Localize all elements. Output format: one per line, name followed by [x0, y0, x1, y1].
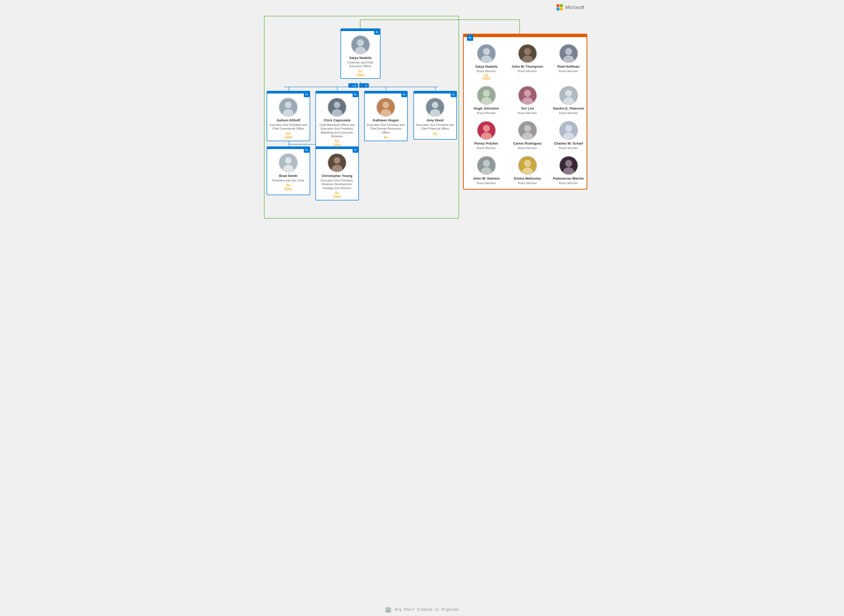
group-count-badge: 👥 6 — [348, 83, 358, 88]
svg-point-57 — [483, 125, 490, 132]
board-reid-role: Board Member — [559, 69, 578, 73]
ceo-bio-link[interactable]: Bio — [358, 69, 363, 72]
board-top-bar — [464, 35, 587, 37]
board-sandra-name: Sandra E. Peterson — [553, 106, 584, 111]
person-count: 6 — [366, 84, 367, 87]
board-satya-role: Board Member — [477, 69, 496, 73]
svg-rect-3 — [560, 7, 563, 10]
board-carlos-name: Carlos Rodriguez — [513, 141, 542, 146]
board-panel: in Satya Nadella Board Member Bio Twitte… — [463, 34, 587, 190]
board-reid-name: Reid Hoffman — [557, 65, 580, 69]
card-top-bar — [267, 147, 310, 149]
card-christopher-young: in Christopher Young Executive Vice Pres… — [315, 147, 359, 200]
card-top-bar — [316, 147, 358, 149]
board-satya-avatar — [477, 44, 496, 63]
card-amy-hood: in Amy Hood Executive Vice President and… — [413, 91, 457, 139]
board-satya-bio[interactable]: Bio — [484, 73, 488, 76]
ceo-title: Chairman and Chief Executive Officer — [343, 60, 378, 68]
board-reid-hoffman: Reid Hoffman Board Member — [550, 44, 587, 79]
card-judson-althoff: in Judson Althoff Executive Vice Preside… — [267, 91, 310, 141]
board-carlos-role: Board Member — [518, 147, 537, 150]
board-hugh-role: Board Member — [477, 111, 496, 114]
board-hugh-johnston: Hugh Johnston Board Member — [468, 86, 505, 114]
christopher-twitter-link[interactable]: Twitter — [333, 195, 341, 198]
board-teri-avatar — [518, 86, 537, 105]
board-padmasree-warrior: Padmasree Warrior Board Member — [550, 156, 587, 185]
brad-title: President and Vice Chair — [272, 179, 304, 182]
svg-point-54 — [565, 90, 572, 97]
svg-point-72 — [565, 160, 572, 167]
chris-twitter-link[interactable]: Twitter — [333, 143, 341, 146]
christopher-name: Christopher Young — [322, 174, 353, 178]
linkedin-badge: in — [374, 29, 380, 35]
footer-text: Org Chart Created in Organimi — [395, 607, 459, 612]
brad-twitter-link[interactable]: Twitter — [284, 187, 293, 190]
board-sandra-avatar — [559, 86, 578, 105]
kathleen-title: Executive Vice President and Chief Human… — [367, 123, 405, 134]
count-badges: 👥 6 👤 6 — [348, 83, 369, 88]
group-icon: 👥 — [350, 84, 354, 87]
linkedin-badge: in — [401, 91, 407, 97]
amy-avatar — [426, 98, 444, 117]
christopher-title: Executive Vice President, Business Devel… — [318, 179, 356, 190]
board-sandra-role: Board Member — [559, 111, 578, 114]
card-brad-smith: in Brad Smith President and Vice Chair B… — [267, 147, 310, 195]
board-john-stanton: John W. Stanton Board Member — [468, 156, 505, 185]
board-padmasree-avatar — [559, 156, 578, 175]
kathleen-name: Kathleen Hogan — [373, 118, 399, 122]
board-charles-name: Charles W. Scharf — [554, 141, 583, 146]
card-top-bar — [414, 91, 456, 94]
linkedin-badge: in — [451, 91, 456, 97]
svg-point-51 — [524, 90, 531, 97]
board-satya-twitter[interactable]: Twitter — [482, 76, 490, 79]
board-teri-list: Teri List Board Member — [509, 86, 546, 114]
judson-twitter-link[interactable]: Twitter — [284, 135, 293, 139]
brad-name: Brad Smith — [279, 174, 297, 178]
brad-bio-link[interactable]: Bio — [286, 183, 290, 186]
linkedin-badge: in — [304, 147, 310, 153]
judson-bio-link[interactable]: Bio — [286, 132, 290, 135]
kathleen-bio-link[interactable]: Bio — [384, 135, 388, 139]
board-grid: Satya Nadella Board Member Bio Twitter J… — [468, 44, 582, 185]
board-carlos-rodriguez: Carlos Rodriguez Board Member — [509, 121, 546, 150]
board-john-thompson-role: Board Member — [518, 69, 537, 73]
board-reid-hoffman-avatar — [559, 44, 578, 63]
svg-point-33 — [285, 157, 292, 164]
board-penny-name: Penny Pritzker — [474, 141, 498, 146]
board-sandra-peterson: Sandra E. Peterson Board Member — [550, 86, 587, 114]
ceo-twitter-link[interactable]: Twitter — [356, 73, 365, 76]
amy-bio-link[interactable]: Bio — [433, 132, 437, 135]
card-top-bar — [267, 91, 310, 94]
card-top-bar — [365, 91, 407, 94]
judson-name: Judson Althoff — [276, 118, 300, 122]
board-hugh-avatar — [477, 86, 496, 105]
svg-point-63 — [565, 125, 572, 132]
chris-title: Chief Marketing Officer and Executive Vi… — [318, 123, 356, 138]
amy-name: Amy Hood — [426, 118, 444, 122]
svg-point-24 — [334, 102, 340, 108]
svg-point-48 — [483, 90, 490, 97]
chris-bio-link[interactable]: Bio — [335, 139, 339, 142]
svg-rect-1 — [560, 4, 563, 7]
ceo-avatar — [351, 35, 370, 54]
board-john-thompson: John W. Thompson Board Member — [509, 44, 546, 79]
svg-point-27 — [382, 102, 389, 108]
board-charles-role: Board Member — [559, 147, 578, 150]
linkedin-badge: in — [353, 147, 358, 153]
board-emma-role: Board Member — [518, 182, 537, 185]
svg-point-45 — [565, 48, 572, 55]
board-teri-name: Teri List — [521, 106, 534, 111]
amy-title: Executive Vice President and Chief Finan… — [416, 123, 454, 131]
board-satya: Satya Nadella Board Member Bio Twitter — [468, 44, 505, 79]
board-john-stanton-name: John W. Stanton — [473, 176, 500, 181]
card-top-bar — [316, 91, 358, 94]
svg-point-39 — [483, 48, 490, 55]
svg-point-69 — [524, 160, 531, 167]
linkedin-badge: in — [353, 91, 358, 97]
board-teri-role: Board Member — [518, 111, 537, 114]
kathleen-avatar — [376, 98, 395, 117]
person-icon: 👤 — [361, 84, 365, 87]
christopher-bio-link[interactable]: Bio — [335, 191, 339, 194]
board-john-thompson-avatar — [518, 44, 537, 63]
chris-avatar — [328, 98, 347, 117]
